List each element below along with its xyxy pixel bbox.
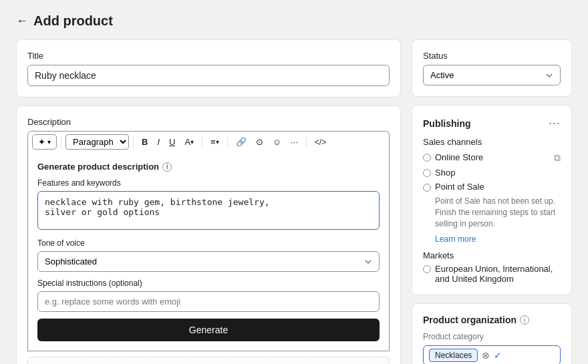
online-store-channel: Online Store ⧉ xyxy=(423,152,561,164)
toolbar-divider-1 xyxy=(61,136,61,149)
publishing-card: Publishing ··· Sales channels Online Sto… xyxy=(412,105,572,295)
bold-button[interactable]: B xyxy=(138,134,152,150)
ai-sparkle-icon: ✦ xyxy=(38,137,45,147)
publishing-more-button[interactable]: ··· xyxy=(549,116,561,130)
emoji-button[interactable]: ☺ xyxy=(269,134,285,150)
ai-popup-title: Generate product description i xyxy=(37,162,380,172)
tag-remove-icon[interactable]: ⊗ xyxy=(482,350,490,361)
shop-name: Shop xyxy=(435,168,455,178)
category-input-row[interactable]: Necklaces ⊗ ✓ xyxy=(423,345,561,364)
markets-radio[interactable] xyxy=(423,265,431,273)
category-label: Product category xyxy=(423,332,561,341)
online-store-radio[interactable] xyxy=(423,154,431,162)
more-button[interactable]: ··· xyxy=(287,134,302,150)
embed-icon: ⊙ xyxy=(256,137,263,147)
publishing-header: Publishing ··· xyxy=(423,116,561,130)
description-label: Description xyxy=(27,117,390,127)
toolbar-divider-5 xyxy=(306,136,307,149)
special-instructions-label: Special instructions (optional) xyxy=(37,279,380,288)
org-header: Product organization i xyxy=(423,315,561,325)
online-store-name: Online Store xyxy=(435,152,483,162)
color-text-icon: A xyxy=(184,137,190,147)
necklaces-tag: Necklaces xyxy=(429,349,478,362)
toolbar-divider-4 xyxy=(227,136,228,149)
link-button[interactable]: 🔗 xyxy=(232,134,251,150)
pos-channel: Point of Sale Point of Sale has not been… xyxy=(423,182,561,244)
status-select[interactable]: Active Draft xyxy=(423,65,561,85)
page-title: Add product xyxy=(33,13,113,29)
more-icon: ··· xyxy=(291,137,298,147)
toolbar-divider-3 xyxy=(202,136,202,149)
markets-section: Markets European Union, International, a… xyxy=(423,250,561,284)
pos-radio[interactable] xyxy=(423,184,431,192)
ai-info-icon[interactable]: i xyxy=(162,162,172,172)
code-button[interactable]: </> xyxy=(311,135,330,150)
org-title: Product organization xyxy=(423,315,517,325)
org-info-icon[interactable]: i xyxy=(520,315,529,325)
title-label: Title xyxy=(27,51,390,61)
paragraph-select[interactable]: Paragraph xyxy=(65,134,129,150)
publishing-title: Publishing xyxy=(423,118,471,129)
title-card: Title xyxy=(16,39,401,98)
underline-button[interactable]: U xyxy=(165,134,179,150)
markets-text: European Union, International, and Unite… xyxy=(435,264,561,284)
editor-toolbar: ✦ ▾ Paragraph B I U A ▾ xyxy=(27,131,390,152)
status-title: Status xyxy=(423,51,561,61)
color-button[interactable]: A ▾ xyxy=(180,134,198,150)
pos-description: Point of Sale has not been set up. Finis… xyxy=(435,196,561,229)
shop-radio[interactable] xyxy=(423,169,431,177)
features-label: Features and keywords xyxy=(37,178,380,188)
tone-select[interactable]: Sophisticated Casual Professional Playfu… xyxy=(37,251,380,272)
emoji-icon: ☺ xyxy=(273,137,281,147)
toolbar-divider-2 xyxy=(133,136,134,149)
ai-popup: Generate product description i Features … xyxy=(27,152,390,351)
title-input[interactable] xyxy=(27,65,390,86)
markets-label: Markets xyxy=(423,250,561,260)
special-instructions-input[interactable] xyxy=(37,291,380,312)
embed-button[interactable]: ⊙ xyxy=(252,134,267,150)
generate-button[interactable]: Generate xyxy=(37,319,380,341)
learn-more-link[interactable]: Learn more xyxy=(435,234,476,244)
ai-chevron-icon: ▾ xyxy=(47,138,51,146)
italic-button[interactable]: I xyxy=(153,134,164,150)
sales-channels-label: Sales channels xyxy=(423,137,561,147)
product-org-card: Product organization i Product category … xyxy=(412,303,572,364)
tone-label: Tone of voice xyxy=(37,238,380,248)
description-card: Description ✦ ▾ Paragraph B I U xyxy=(16,106,401,364)
features-textarea[interactable]: necklace with ruby gem, birthstone jewel… xyxy=(37,191,380,230)
tag-confirm-icon[interactable]: ✓ xyxy=(494,350,502,361)
color-chevron-icon: ▾ xyxy=(190,138,194,146)
link-icon: 🔗 xyxy=(236,137,247,147)
media-upload-area[interactable]: from URL or or 3D models xyxy=(27,357,390,364)
status-card: Status Active Draft xyxy=(412,39,572,97)
pos-name: Point of Sale xyxy=(435,182,484,192)
align-chevron-icon: ▾ xyxy=(216,138,219,146)
align-icon: ≡ xyxy=(210,137,216,147)
markets-value: European Union, International, and Unite… xyxy=(423,264,561,284)
code-icon: </> xyxy=(315,138,326,147)
shop-channel: Shop xyxy=(423,168,561,178)
align-button[interactable]: ≡ ▾ xyxy=(206,134,223,150)
ai-toolbar-button[interactable]: ✦ ▾ xyxy=(32,134,57,150)
back-button[interactable]: ← xyxy=(16,14,28,28)
copy-icon[interactable]: ⧉ xyxy=(554,152,561,164)
